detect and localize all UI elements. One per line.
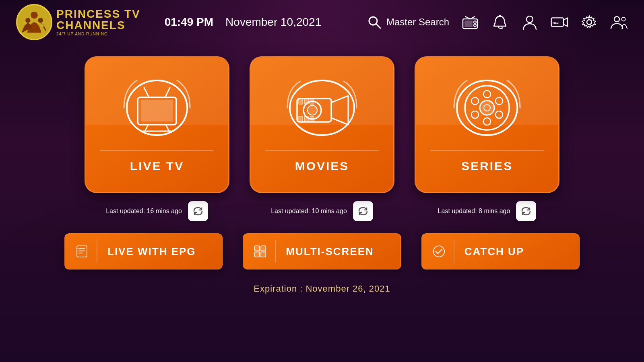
multi-screen-button[interactable]: MULTI-SCREEN — [243, 233, 401, 269]
movies-divider — [265, 150, 379, 151]
logo-tagline: 24/7 UP AND RUNNING — [56, 32, 140, 36]
series-icon — [451, 76, 523, 142]
svg-point-44 — [290, 80, 354, 135]
catch-up-button[interactable]: CATCH UP — [421, 233, 580, 269]
svg-rect-50 — [310, 99, 314, 104]
live-tv-icon — [121, 76, 193, 142]
main-content: PRINCESS TV CHANNELS 24/7 UP AND RUNNING… — [0, 0, 644, 362]
svg-point-29 — [499, 15, 501, 17]
svg-rect-73 — [255, 252, 260, 257]
live-tv-container: LIVE TV Last updated: 16 mins ago — [85, 56, 229, 221]
header-time-date: 01:49 PM November 10,2021 — [165, 16, 322, 29]
svg-point-61 — [483, 118, 491, 125]
users-icon[interactable] — [610, 13, 628, 31]
header-icons: REC — [461, 13, 628, 31]
logo-area: PRINCESS TV CHANNELS 24/7 UP AND RUNNING — [16, 4, 140, 40]
svg-rect-74 — [261, 252, 266, 257]
svg-rect-71 — [255, 246, 260, 251]
movies-icon — [282, 76, 362, 142]
series-divider — [430, 150, 544, 151]
svg-point-34 — [614, 16, 619, 22]
svg-text:REC: REC — [553, 21, 559, 24]
series-card[interactable]: SERIES — [415, 56, 559, 193]
logo-svg — [20, 8, 48, 36]
series-label: SERIES — [461, 159, 513, 173]
series-last-updated: Last updated: 8 mins ago — [438, 208, 510, 215]
svg-point-47 — [308, 105, 317, 115]
svg-point-60 — [495, 111, 503, 118]
movies-last-updated: Last updated: 10 mins ago — [271, 208, 347, 215]
svg-rect-64 — [77, 246, 87, 257]
svg-point-35 — [621, 17, 625, 21]
svg-point-59 — [495, 97, 503, 105]
logo-text-area: PRINCESS TV CHANNELS 24/7 UP AND RUNNING — [56, 8, 140, 36]
series-container: SERIES Last updated: 8 mins ago — [415, 56, 559, 221]
bottom-row: LIVE WITH EPG MULTI-SCREEN — [0, 233, 644, 269]
current-date: November 10,2021 — [225, 16, 321, 29]
svg-point-26 — [474, 24, 476, 27]
search-label: Master Search — [386, 16, 449, 28]
svg-point-62 — [471, 111, 479, 118]
logo-circle — [16, 4, 52, 40]
svg-rect-48 — [299, 99, 303, 104]
catchup-icon-area — [432, 241, 454, 263]
svg-line-22 — [376, 24, 380, 28]
svg-point-19 — [25, 18, 30, 23]
radio-icon[interactable] — [461, 13, 479, 31]
search-icon — [367, 15, 382, 29]
svg-rect-49 — [304, 99, 308, 104]
bell-icon[interactable] — [491, 13, 509, 31]
svg-line-40 — [165, 88, 170, 97]
multiscreen-icon-area — [254, 241, 276, 263]
record-icon[interactable]: REC — [551, 13, 568, 31]
user-icon[interactable] — [521, 13, 539, 31]
svg-rect-53 — [310, 116, 314, 122]
refresh-icon — [520, 206, 532, 217]
catchup-icon — [432, 242, 446, 261]
multiscreen-icon — [254, 242, 267, 261]
expiration-text: Expiration : November 26, 2021 — [0, 284, 644, 294]
series-refresh-button[interactable] — [516, 201, 536, 221]
live-with-epg-label: LIVE WITH EPG — [107, 245, 196, 258]
svg-rect-38 — [141, 100, 173, 121]
live-tv-divider — [100, 150, 214, 151]
movies-container: MOVIES Last updated: 10 mins ago — [250, 56, 394, 221]
series-footer: Last updated: 8 mins ago — [438, 201, 537, 221]
header-right: Master Search — [367, 13, 628, 31]
svg-line-39 — [144, 88, 149, 97]
svg-rect-52 — [304, 116, 308, 122]
epg-icon-area — [75, 241, 97, 263]
svg-point-63 — [471, 97, 479, 105]
live-tv-card[interactable]: LIVE TV — [85, 56, 229, 193]
cards-row: LIVE TV Last updated: 16 mins ago — [64, 56, 580, 221]
svg-line-41 — [145, 125, 148, 131]
movies-refresh-button[interactable] — [353, 201, 373, 221]
svg-rect-24 — [464, 21, 473, 27]
svg-point-25 — [474, 21, 476, 23]
svg-line-42 — [166, 125, 169, 131]
movies-card[interactable]: MOVIES — [250, 56, 394, 193]
live-tv-footer: Last updated: 16 mins ago — [106, 201, 208, 221]
main-cards-area: LIVE TV Last updated: 16 mins ago — [0, 44, 644, 221]
refresh-icon — [357, 206, 369, 217]
settings-icon[interactable] — [580, 13, 598, 31]
movies-label: MOVIES — [295, 159, 349, 173]
live-tv-refresh-button[interactable] — [188, 201, 208, 221]
live-tv-label: LIVE TV — [130, 159, 184, 173]
search-bar[interactable]: Master Search — [367, 15, 449, 29]
catch-up-label: CATCH UP — [464, 245, 524, 258]
svg-rect-72 — [261, 246, 266, 251]
epg-icon — [75, 242, 89, 261]
svg-point-33 — [587, 20, 592, 25]
svg-rect-51 — [299, 116, 303, 122]
multi-screen-label: MULTI-SCREEN — [286, 245, 374, 258]
movies-footer: Last updated: 10 mins ago — [271, 201, 373, 221]
svg-point-18 — [31, 12, 38, 19]
current-time: 01:49 PM — [165, 16, 213, 29]
header: PRINCESS TV CHANNELS 24/7 UP AND RUNNING… — [0, 0, 644, 44]
svg-point-56 — [480, 101, 494, 115]
refresh-icon — [192, 206, 204, 217]
live-tv-last-updated: Last updated: 16 mins ago — [106, 208, 182, 215]
live-with-epg-button[interactable]: LIVE WITH EPG — [64, 233, 223, 269]
svg-point-75 — [433, 246, 444, 257]
